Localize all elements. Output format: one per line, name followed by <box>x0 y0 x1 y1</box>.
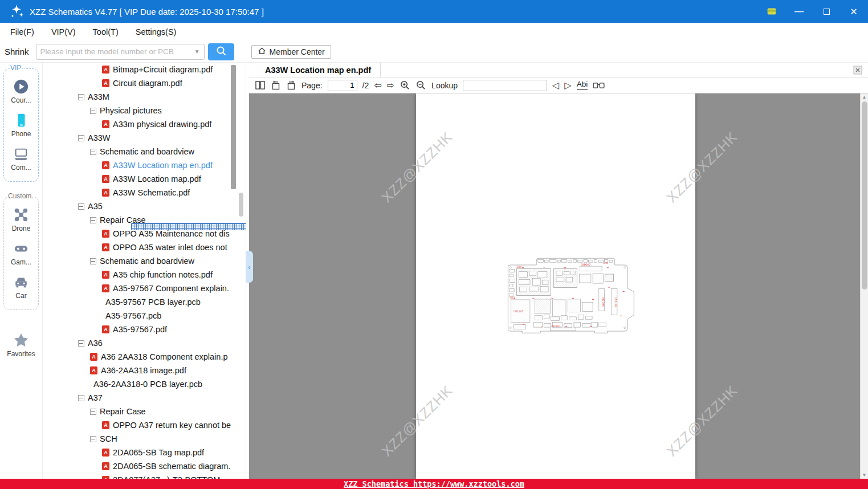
tree-folder[interactable]: A37 <box>43 391 246 405</box>
document-tab[interactable]: A33W Location map en.pdf <box>249 63 381 77</box>
tree-folder[interactable]: Repair Case <box>43 405 246 418</box>
scroll-down-arrow-icon[interactable]: ▼ <box>861 472 868 478</box>
two-page-view-icon[interactable] <box>255 80 266 90</box>
collapse-icon[interactable] <box>90 409 96 415</box>
prev-page-icon[interactable]: ⇦ <box>374 81 381 90</box>
tree-file[interactable]: ACircuit diagram.pdf <box>43 76 246 90</box>
window-title: XZZ Schematics V4.77 [ VIP Due date: 202… <box>30 7 764 17</box>
tree-folder[interactable]: A35 <box>43 199 246 213</box>
document-tab-bar: A33W Location map en.pdf <box>249 63 868 78</box>
close-document-icon[interactable] <box>853 66 862 76</box>
minimize-button[interactable]: — <box>792 4 806 19</box>
tree-file[interactable]: A35-97567 PCB layer.pcb <box>43 295 246 309</box>
member-center-button[interactable]: Member Center <box>251 45 331 59</box>
search-input[interactable] <box>40 47 192 56</box>
tree-file[interactable]: AA33W Location map en.pdf <box>43 158 246 172</box>
text-select-tool-icon[interactable]: Abi <box>577 80 588 90</box>
model-search-combobox[interactable]: ▼ <box>36 44 205 60</box>
tree-folder[interactable]: Physical pictures <box>43 104 246 117</box>
tree-folder[interactable]: SCH <box>43 432 246 446</box>
tree-item-label: Schematic and boardview <box>100 256 194 266</box>
sidebar-item-drone[interactable]: Drone <box>12 206 31 233</box>
search-button[interactable] <box>208 43 234 60</box>
zoom-out-icon[interactable] <box>415 80 426 91</box>
tree-file[interactable]: AA36 2AA318 Component explain.p <box>43 350 246 364</box>
collapse-icon[interactable] <box>78 395 84 401</box>
collapse-icon[interactable] <box>90 258 96 264</box>
pdf-viewer: A33W Location map en.pdf Page: /2 ⇦ <box>249 63 868 479</box>
tree-folder[interactable]: Schematic and boardview <box>43 145 246 158</box>
pdf-page[interactable]: CN2102 CN2107 CN2103 CN2104 CN2101 SH4 S… <box>416 93 695 479</box>
maximize-button[interactable] <box>819 4 834 19</box>
tree-file[interactable]: A2DA065-SB schematic diagram. <box>43 459 246 473</box>
tree-folder[interactable]: Schematic and boardview <box>43 254 246 268</box>
tree-file[interactable]: AA33W Schematic.pdf <box>43 186 246 199</box>
tree-file[interactable]: AA35-97567 Component explain. <box>43 282 246 295</box>
collapse-icon[interactable] <box>90 436 96 442</box>
sidebar-item-phone[interactable]: Phone <box>11 112 31 138</box>
collapse-icon[interactable] <box>90 217 96 223</box>
member-center-label: Member Center <box>270 47 325 56</box>
tree-file[interactable]: AOPPO A35 water inlet does not <box>43 241 246 254</box>
tree-file[interactable]: A2DA077(A37...)-T3-BOTTOM <box>43 473 246 479</box>
tree-folder[interactable]: A33W <box>43 131 246 145</box>
tree-item-label: OPPO A35 water inlet does not <box>113 243 227 252</box>
lookup-input[interactable] <box>463 80 547 91</box>
glasses-icon[interactable] <box>593 81 605 89</box>
viewer-scrollbar[interactable]: ▲ ▼ <box>860 93 868 479</box>
tree-file[interactable]: AA36-2AA318 image.pdf <box>43 364 246 377</box>
chevron-down-icon[interactable]: ▼ <box>194 48 200 55</box>
pdf-canvas[interactable]: CN2102 CN2107 CN2103 CN2104 CN2101 SH4 S… <box>249 93 868 479</box>
file-tree-panel: ABitmap+Circuit diagram.pdfACircuit diag… <box>43 63 246 479</box>
find-prev-icon[interactable]: ◁ <box>552 81 559 90</box>
collapse-icon[interactable] <box>90 108 96 114</box>
tree-folder[interactable]: A36 <box>43 336 246 350</box>
close-button[interactable]: ✕ <box>846 4 861 19</box>
shrink-button[interactable]: Shrink <box>5 47 29 56</box>
collapse-icon[interactable] <box>78 135 84 141</box>
sidebar-item-label: Drone <box>12 225 31 233</box>
collapse-icon[interactable] <box>78 340 84 347</box>
next-page-icon[interactable]: ⇨ <box>387 81 394 90</box>
tree-file[interactable]: AA35 chip function notes.pdf <box>43 268 246 282</box>
menu-item[interactable]: VIP(V) <box>51 27 76 36</box>
menu-item[interactable]: Settings(S) <box>136 27 177 36</box>
tree-item-label: Schematic and boardview <box>100 147 194 156</box>
svg-text:CN2102: CN2102 <box>581 263 590 266</box>
tree-file[interactable]: A36-2AA318-0 PCB layer.pcb <box>43 377 246 391</box>
find-next-icon[interactable]: ▷ <box>564 81 571 90</box>
rotate-left-icon[interactable] <box>271 80 281 91</box>
menu-item[interactable]: Tool(T) <box>93 27 119 36</box>
svg-text:SH4: SH4 <box>516 266 521 268</box>
collapse-icon[interactable] <box>90 149 96 155</box>
tree-scrollbar-thumb[interactable] <box>231 65 236 189</box>
tree-folder[interactable]: A33M <box>43 90 246 104</box>
sidebar-item-car[interactable]: Car <box>13 274 30 300</box>
collapse-icon[interactable] <box>78 203 84 210</box>
tree-scrollbar-thumb-secondary[interactable] <box>239 193 243 217</box>
sidebar-item-favorites[interactable]: Favorites <box>7 332 35 358</box>
collapse-icon[interactable] <box>78 94 84 100</box>
tree-file[interactable]: AA35-97567.pdf <box>43 323 246 336</box>
sidebar-item-course[interactable]: Cour... <box>11 78 31 104</box>
tree-file[interactable]: AA33m physical drawing.pdf <box>43 117 246 131</box>
home-icon <box>258 47 266 57</box>
tree-file[interactable]: AOPPO A37 return key cannot be <box>43 418 246 432</box>
collapse-panel-handle[interactable]: ‹ <box>246 251 253 283</box>
tree-file[interactable]: ABitmap+Circuit diagram.pdf <box>43 63 246 76</box>
rotate-right-icon[interactable] <box>286 80 296 91</box>
tree-file[interactable]: AA33W Location map.pdf <box>43 172 246 186</box>
sidebar-item-computer[interactable]: Com... <box>11 145 31 172</box>
sidebar-item-game[interactable]: Gam... <box>11 240 31 266</box>
tree-file[interactable]: A2DA065-SB Tag map.pdf <box>43 446 246 459</box>
pdf-file-icon: A <box>102 230 109 238</box>
menu-item[interactable]: File(F) <box>10 27 34 36</box>
scroll-up-arrow-icon[interactable]: ▲ <box>861 95 868 100</box>
viewer-scrollbar-thumb[interactable] <box>862 101 867 290</box>
svg-text:CN2107: CN2107 <box>514 310 523 313</box>
vip-card-icon[interactable] <box>764 4 779 19</box>
tree-file[interactable]: A35-97567.pcb <box>43 309 246 323</box>
page-number-input[interactable] <box>328 80 357 91</box>
tree-item-label: A33W Schematic.pdf <box>113 188 190 197</box>
zoom-in-icon[interactable] <box>400 80 410 91</box>
